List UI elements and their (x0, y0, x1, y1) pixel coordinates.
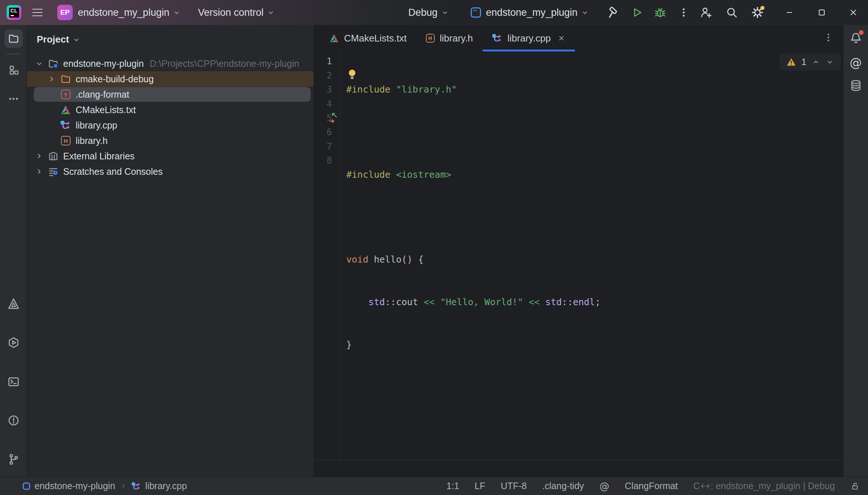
chevron-down-icon[interactable] (35, 59, 44, 68)
editor-gutter: 1 2 3 4 5 6 7 8 (314, 51, 340, 460)
chevron-down-icon (267, 8, 275, 17)
file-encoding[interactable]: UTF-8 (501, 481, 527, 491)
chevron-down-icon (441, 8, 449, 17)
breadcrumb-project[interactable]: endstone-my-plugin (35, 481, 115, 491)
cpp-file-icon: C (131, 481, 141, 491)
ai-assistant-button[interactable]: @ (850, 57, 862, 69)
code-line[interactable]: } (346, 338, 843, 352)
window-close-button[interactable] (846, 5, 861, 20)
chevron-down-icon (72, 35, 81, 44)
code-token (435, 297, 440, 307)
code-token: :: (385, 297, 396, 307)
tree-row-clang-format[interactable]: Y .clang-format (27, 87, 314, 102)
line-number[interactable]: 6 (314, 125, 340, 140)
tree-item-label: CMakeLists.txt (76, 105, 136, 115)
line-number[interactable]: 3 (314, 83, 340, 97)
run-button[interactable] (630, 6, 644, 19)
code-with-me-button[interactable] (699, 6, 713, 19)
cmake-file-icon (329, 33, 339, 43)
code-line[interactable]: #include "library.h" (346, 83, 843, 97)
maximize-icon (818, 8, 826, 17)
hamburger-menu-icon[interactable] (32, 9, 43, 17)
tree-row-cmake-build-debug[interactable]: cmake-build-debug (27, 71, 314, 87)
problems-tool-button[interactable] (4, 411, 23, 430)
window-maximize-button[interactable] (814, 5, 829, 20)
tab-library-h[interactable]: H library.h (416, 25, 483, 51)
caret-position[interactable]: 1:1 (446, 481, 459, 491)
tree-row-library-h[interactable]: H library.h (27, 133, 314, 148)
tree-row-scratches[interactable]: Scratches and Consoles (27, 164, 314, 179)
project-panel-title[interactable]: Project (37, 34, 69, 45)
tab-cmakelists[interactable]: CMakeLists.txt (320, 25, 416, 51)
toolchain-status[interactable]: C++: endstone_my_plugin | Debug (693, 481, 835, 491)
editor-tab-bar: CMakeLists.txt H library.h C library.cpp (314, 25, 843, 51)
line-number[interactable]: 1 (314, 54, 340, 69)
git-tool-button[interactable] (4, 450, 23, 469)
cmake-tool-button[interactable] (4, 295, 23, 313)
settings-button[interactable] (751, 6, 764, 19)
ellipsis-icon (8, 93, 19, 105)
ai-assistant-status-icon[interactable]: @ (600, 480, 610, 492)
tab-close-icon[interactable] (557, 34, 565, 42)
tree-row-library-cpp[interactable]: C library.cpp (27, 118, 314, 133)
previous-problem-button[interactable] (811, 58, 820, 66)
project-tool-button[interactable] (4, 29, 23, 48)
code-line[interactable]: void hello() { (346, 253, 843, 267)
code-line[interactable] (346, 210, 843, 225)
database-tool-button[interactable] (849, 79, 862, 94)
run-config-selector[interactable]: Debug (408, 7, 438, 18)
code-line[interactable] (346, 125, 843, 140)
code-token: void (346, 254, 368, 265)
project-switcher[interactable]: endstone_my_plugin (78, 7, 169, 18)
breadcrumb-file[interactable]: library.cpp (145, 481, 187, 491)
yaml-file-icon: Y (60, 89, 71, 100)
code-token: hello() { (368, 254, 424, 265)
tree-row-external-libraries[interactable]: External Libraries (27, 148, 314, 164)
goto-declaration-gutter-icons[interactable] (328, 111, 343, 125)
tree-item-label: cmake-build-debug (76, 74, 154, 84)
more-tool-windows-button[interactable] (4, 90, 23, 108)
terminal-tool-button[interactable] (4, 372, 23, 391)
build-button[interactable] (606, 6, 620, 19)
search-everywhere-button[interactable] (725, 6, 739, 19)
tab-library-cpp[interactable]: C library.cpp (482, 25, 575, 51)
minimize-icon (785, 8, 793, 17)
code-line[interactable]: std::cout << "Hello, World!" << std::end… (346, 295, 843, 310)
line-number[interactable]: 4 (314, 97, 340, 111)
formatter-status[interactable]: ClangFormat (625, 481, 678, 491)
code-line[interactable] (346, 380, 843, 395)
tree-row-project-root[interactable]: endstone-my-plugin D:\Projects\CPP\endst… (27, 56, 314, 71)
chevron-right-icon (120, 483, 127, 490)
inspections-widget[interactable]: 1 (780, 54, 841, 71)
tab-options-button[interactable] (823, 32, 833, 44)
cmake-target-icon (471, 7, 481, 18)
intention-bulb-icon[interactable] (346, 68, 358, 81)
clang-tidy-status[interactable]: .clang-tidy (542, 481, 584, 491)
run-target-selector[interactable]: endstone_my_plugin (486, 7, 578, 18)
structure-tool-button[interactable] (4, 61, 23, 79)
code-token: cout (396, 297, 418, 307)
line-number[interactable]: 8 (314, 153, 340, 168)
window-minimize-button[interactable] (782, 5, 797, 20)
line-number[interactable]: 7 (314, 140, 340, 154)
chevron-down-icon (581, 8, 589, 17)
line-separator[interactable]: LF (475, 481, 485, 491)
next-problem-button[interactable] (825, 58, 834, 66)
services-tool-button[interactable] (4, 333, 23, 352)
cpp-file-icon: C (492, 33, 502, 43)
cmake-file-icon (60, 104, 71, 115)
notifications-button[interactable] (849, 31, 863, 46)
chevron-right-icon[interactable] (47, 74, 57, 84)
code-line[interactable]: #include <iostream> (346, 168, 843, 182)
debug-button[interactable] (653, 6, 667, 19)
code-token: "library.h" (396, 84, 457, 95)
version-control-menu[interactable]: Version control (198, 7, 264, 18)
editor-body: 1 2 3 4 5 6 7 8 #include "l (314, 51, 843, 460)
chevron-right-icon[interactable] (35, 151, 44, 161)
line-number[interactable]: 2 (314, 69, 340, 83)
readonly-lock-icon[interactable] (850, 481, 860, 491)
tree-row-cmakelists[interactable]: CMakeLists.txt (27, 102, 314, 118)
project-badge[interactable]: EP (57, 5, 73, 20)
chevron-right-icon[interactable] (35, 167, 44, 176)
code-editor[interactable]: #include "library.h" #include <iostream>… (340, 51, 843, 460)
